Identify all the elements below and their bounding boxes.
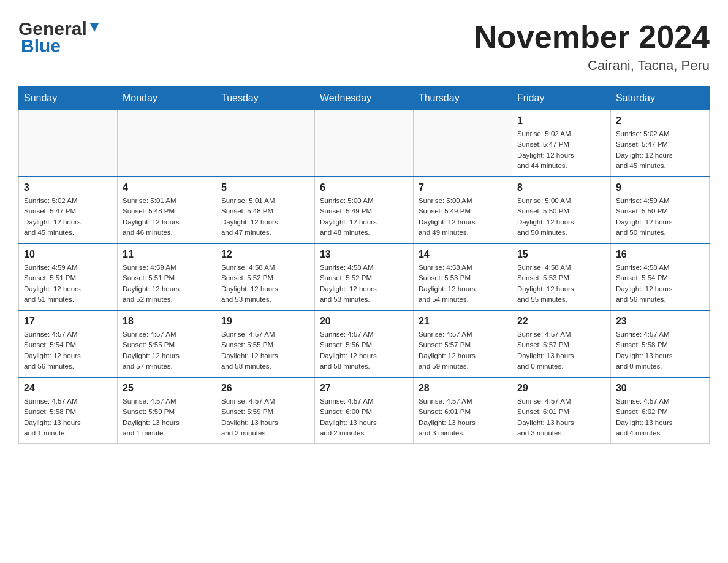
day-number: 8 [517, 182, 605, 193]
day-info: Sunrise: 4:58 AM Sunset: 5:52 PM Dayligh… [221, 262, 309, 305]
weekday-header-tuesday: Tuesday [216, 86, 314, 110]
day-number: 28 [419, 383, 507, 394]
day-number: 12 [221, 249, 309, 260]
calendar-cell: 22Sunrise: 4:57 AM Sunset: 5:57 PM Dayli… [512, 310, 610, 377]
day-info: Sunrise: 4:58 AM Sunset: 5:54 PM Dayligh… [616, 262, 704, 305]
day-info: Sunrise: 5:00 AM Sunset: 5:49 PM Dayligh… [419, 196, 507, 238]
calendar-cell: 16Sunrise: 4:58 AM Sunset: 5:54 PM Dayli… [610, 243, 709, 310]
calendar-cell: 20Sunrise: 4:57 AM Sunset: 5:56 PM Dayli… [314, 310, 413, 377]
calendar-cell: 3Sunrise: 5:02 AM Sunset: 5:47 PM Daylig… [19, 177, 118, 243]
day-number: 26 [221, 383, 309, 394]
calendar-cell: 5Sunrise: 5:01 AM Sunset: 5:48 PM Daylig… [216, 177, 314, 243]
calendar-cell: 27Sunrise: 4:57 AM Sunset: 6:00 PM Dayli… [314, 377, 413, 444]
day-number: 10 [24, 249, 112, 260]
calendar-cell: 8Sunrise: 5:00 AM Sunset: 5:50 PM Daylig… [512, 177, 610, 243]
calendar-week-row: 3Sunrise: 5:02 AM Sunset: 5:47 PM Daylig… [19, 177, 710, 243]
day-number: 21 [419, 316, 507, 327]
day-info: Sunrise: 4:57 AM Sunset: 5:59 PM Dayligh… [221, 396, 309, 439]
day-info: Sunrise: 4:57 AM Sunset: 5:57 PM Dayligh… [419, 329, 507, 372]
calendar-cell: 30Sunrise: 4:57 AM Sunset: 6:02 PM Dayli… [610, 377, 709, 444]
day-info: Sunrise: 4:57 AM Sunset: 6:01 PM Dayligh… [419, 396, 507, 439]
calendar-cell [117, 110, 216, 177]
day-info: Sunrise: 5:01 AM Sunset: 5:48 PM Dayligh… [123, 196, 211, 238]
day-number: 29 [517, 383, 605, 394]
calendar-cell: 19Sunrise: 4:57 AM Sunset: 5:55 PM Dayli… [216, 310, 314, 377]
calendar-cell [413, 110, 512, 177]
day-number: 19 [221, 316, 309, 327]
calendar-cell: 18Sunrise: 4:57 AM Sunset: 5:55 PM Dayli… [117, 310, 216, 377]
day-info: Sunrise: 4:57 AM Sunset: 5:58 PM Dayligh… [24, 396, 112, 439]
logo: General Blue [18, 18, 101, 56]
logo-triangle-icon [88, 21, 101, 34]
calendar-week-row: 10Sunrise: 4:59 AM Sunset: 5:51 PM Dayli… [19, 243, 710, 310]
weekday-header-saturday: Saturday [610, 86, 709, 110]
day-info: Sunrise: 5:01 AM Sunset: 5:48 PM Dayligh… [221, 196, 309, 238]
day-info: Sunrise: 4:58 AM Sunset: 5:53 PM Dayligh… [517, 262, 605, 305]
calendar-table: SundayMondayTuesdayWednesdayThursdayFrid… [18, 86, 710, 444]
day-info: Sunrise: 4:57 AM Sunset: 5:59 PM Dayligh… [123, 396, 211, 439]
day-number: 17 [24, 316, 112, 327]
calendar-cell: 11Sunrise: 4:59 AM Sunset: 5:51 PM Dayli… [117, 243, 216, 310]
calendar-cell: 1Sunrise: 5:02 AM Sunset: 5:47 PM Daylig… [512, 110, 610, 177]
location: Cairani, Tacna, Peru [474, 58, 710, 74]
calendar-cell: 17Sunrise: 4:57 AM Sunset: 5:54 PM Dayli… [19, 310, 118, 377]
day-number: 18 [123, 316, 211, 327]
calendar-cell: 25Sunrise: 4:57 AM Sunset: 5:59 PM Dayli… [117, 377, 216, 444]
weekday-header-friday: Friday [512, 86, 610, 110]
day-info: Sunrise: 4:59 AM Sunset: 5:50 PM Dayligh… [616, 196, 704, 238]
day-info: Sunrise: 5:00 AM Sunset: 5:50 PM Dayligh… [517, 196, 605, 238]
calendar-cell: 15Sunrise: 4:58 AM Sunset: 5:53 PM Dayli… [512, 243, 610, 310]
calendar-cell [314, 110, 413, 177]
calendar-cell [19, 110, 118, 177]
day-info: Sunrise: 4:59 AM Sunset: 5:51 PM Dayligh… [123, 262, 211, 305]
weekday-header-wednesday: Wednesday [314, 86, 413, 110]
calendar-cell: 12Sunrise: 4:58 AM Sunset: 5:52 PM Dayli… [216, 243, 314, 310]
calendar-cell: 23Sunrise: 4:57 AM Sunset: 5:58 PM Dayli… [610, 310, 709, 377]
svg-marker-0 [90, 23, 99, 32]
day-info: Sunrise: 4:58 AM Sunset: 5:53 PM Dayligh… [419, 262, 507, 305]
calendar-cell: 24Sunrise: 4:57 AM Sunset: 5:58 PM Dayli… [19, 377, 118, 444]
day-number: 14 [419, 249, 507, 260]
logo-blue: Blue [21, 36, 61, 56]
calendar-cell: 7Sunrise: 5:00 AM Sunset: 5:49 PM Daylig… [413, 177, 512, 243]
calendar-cell: 13Sunrise: 4:58 AM Sunset: 5:52 PM Dayli… [314, 243, 413, 310]
day-number: 9 [616, 182, 704, 193]
day-info: Sunrise: 4:57 AM Sunset: 5:55 PM Dayligh… [123, 329, 211, 372]
calendar-week-row: 17Sunrise: 4:57 AM Sunset: 5:54 PM Dayli… [19, 310, 710, 377]
calendar-cell [216, 110, 314, 177]
day-info: Sunrise: 4:59 AM Sunset: 5:51 PM Dayligh… [24, 262, 112, 305]
day-number: 23 [616, 316, 704, 327]
month-title: November 2024 [474, 18, 710, 55]
day-number: 20 [320, 316, 408, 327]
calendar-cell: 9Sunrise: 4:59 AM Sunset: 5:50 PM Daylig… [610, 177, 709, 243]
calendar-cell: 14Sunrise: 4:58 AM Sunset: 5:53 PM Dayli… [413, 243, 512, 310]
day-info: Sunrise: 4:57 AM Sunset: 5:57 PM Dayligh… [517, 329, 605, 372]
day-number: 22 [517, 316, 605, 327]
day-info: Sunrise: 5:02 AM Sunset: 5:47 PM Dayligh… [517, 129, 605, 171]
day-number: 13 [320, 249, 408, 260]
calendar-week-row: 1Sunrise: 5:02 AM Sunset: 5:47 PM Daylig… [19, 110, 710, 177]
title-section: November 2024 Cairani, Tacna, Peru [474, 18, 710, 74]
day-number: 6 [320, 182, 408, 193]
day-info: Sunrise: 4:57 AM Sunset: 5:54 PM Dayligh… [24, 329, 112, 372]
day-info: Sunrise: 5:02 AM Sunset: 5:47 PM Dayligh… [616, 129, 704, 171]
day-info: Sunrise: 5:00 AM Sunset: 5:49 PM Dayligh… [320, 196, 408, 238]
day-number: 1 [517, 115, 605, 126]
day-info: Sunrise: 4:57 AM Sunset: 6:02 PM Dayligh… [616, 396, 704, 439]
calendar-week-row: 24Sunrise: 4:57 AM Sunset: 5:58 PM Dayli… [19, 377, 710, 444]
day-number: 16 [616, 249, 704, 260]
day-number: 30 [616, 383, 704, 394]
weekday-header-sunday: Sunday [19, 86, 118, 110]
day-info: Sunrise: 5:02 AM Sunset: 5:47 PM Dayligh… [24, 196, 112, 238]
calendar-cell: 26Sunrise: 4:57 AM Sunset: 5:59 PM Dayli… [216, 377, 314, 444]
calendar-cell: 6Sunrise: 5:00 AM Sunset: 5:49 PM Daylig… [314, 177, 413, 243]
calendar-cell: 2Sunrise: 5:02 AM Sunset: 5:47 PM Daylig… [610, 110, 709, 177]
weekday-header-thursday: Thursday [413, 86, 512, 110]
calendar-cell: 21Sunrise: 4:57 AM Sunset: 5:57 PM Dayli… [413, 310, 512, 377]
day-info: Sunrise: 4:58 AM Sunset: 5:52 PM Dayligh… [320, 262, 408, 305]
weekday-header-monday: Monday [117, 86, 216, 110]
day-info: Sunrise: 4:57 AM Sunset: 6:00 PM Dayligh… [320, 396, 408, 439]
day-info: Sunrise: 4:57 AM Sunset: 5:56 PM Dayligh… [320, 329, 408, 372]
day-info: Sunrise: 4:57 AM Sunset: 5:58 PM Dayligh… [616, 329, 704, 372]
calendar-cell: 29Sunrise: 4:57 AM Sunset: 6:01 PM Dayli… [512, 377, 610, 444]
